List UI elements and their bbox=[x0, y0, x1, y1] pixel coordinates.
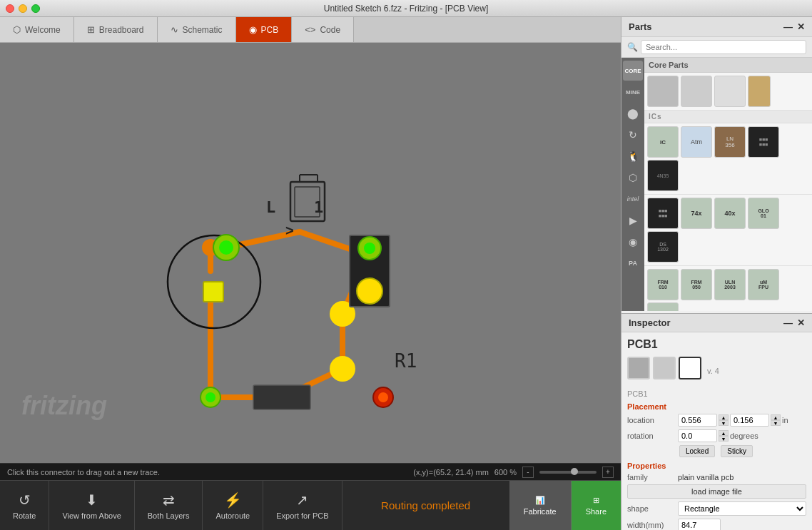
part-item[interactable] bbox=[748, 76, 771, 107]
titlebar: Untitled Sketch 6.fzz - Fritzing - [PCB … bbox=[0, 0, 812, 17]
rotation-up[interactable]: ▲ bbox=[719, 430, 729, 436]
part-ds1302[interactable]: DS1302 bbox=[647, 231, 679, 263]
load-image-button[interactable]: load image file bbox=[627, 484, 806, 499]
fabricate-button[interactable]: 📊 Fabricate bbox=[509, 481, 572, 530]
part-40x[interactable]: 40x bbox=[714, 198, 746, 229]
svg-text:L: L bbox=[266, 198, 275, 216]
location-y-input[interactable] bbox=[730, 414, 769, 427]
click-hint: Click this connector to drag out a new t… bbox=[7, 468, 160, 477]
part-frm010[interactable]: FRM010 bbox=[647, 269, 679, 300]
shape-select[interactable]: Rectangle bbox=[678, 501, 806, 516]
sidebar-tab-co[interactable]: ⬤ bbox=[623, 103, 643, 123]
tab-schematic[interactable]: ∿ Schematic bbox=[158, 17, 236, 42]
part-item[interactable] bbox=[681, 76, 712, 107]
close-button[interactable] bbox=[6, 4, 14, 13]
autoroute-label: Autoroute bbox=[215, 511, 250, 520]
inspector-header-actions: — ✕ bbox=[783, 317, 805, 328]
inspector-title: Inspector bbox=[629, 317, 671, 328]
sidebar-tab-seeed[interactable]: ⬡ bbox=[623, 168, 643, 188]
color-swatches bbox=[627, 357, 701, 379]
inspector-minimize-icon[interactable]: — bbox=[783, 317, 793, 328]
zoom-out-button[interactable]: - bbox=[522, 467, 534, 478]
part-atm[interactable]: Atm bbox=[681, 126, 712, 158]
tab-code[interactable]: <> Code bbox=[292, 17, 354, 42]
fritzing-watermark: fritzing bbox=[21, 391, 107, 421]
parts-minimize-icon[interactable]: — bbox=[783, 21, 793, 32]
sidebar-tab-intel[interactable]: intel bbox=[623, 189, 643, 209]
zoom-in-button[interactable]: + bbox=[602, 467, 614, 478]
location-x-input[interactable] bbox=[678, 414, 717, 427]
sidebar-tab-refresh[interactable]: ↻ bbox=[623, 125, 643, 145]
part-frm050[interactable]: FRM050 bbox=[681, 269, 712, 300]
locked-button[interactable]: Locked bbox=[679, 445, 715, 457]
location-x-up[interactable]: ▲ bbox=[719, 414, 729, 420]
export-icon: ↗ bbox=[296, 491, 308, 509]
inspector-close-icon[interactable]: ✕ bbox=[797, 317, 805, 328]
sidebar-tab-mine[interactable]: MINE bbox=[623, 82, 643, 102]
sidebar-tab-pa[interactable]: PA bbox=[623, 253, 643, 273]
tab-pcb[interactable]: ◉ PCB bbox=[236, 17, 293, 42]
inspector-panel: Inspector — ✕ PCB1 v. 4 PCB1 Placement l… bbox=[621, 313, 812, 530]
part-uln2003[interactable]: ULN2003 bbox=[714, 269, 746, 300]
minimize-button[interactable] bbox=[19, 4, 27, 13]
search-input[interactable] bbox=[641, 40, 806, 54]
location-label: location bbox=[627, 416, 674, 424]
coordinates: (x,y)=(65.2, 21.4) mm bbox=[413, 468, 488, 477]
part-ln356[interactable]: LN356 bbox=[714, 126, 746, 158]
svg-point-13 bbox=[330, 356, 355, 382]
rotate-icon: ↺ bbox=[19, 491, 31, 509]
pcb-canvas[interactable]: > L 1 R1 fritzing bbox=[0, 43, 621, 464]
tab-pcb-label: PCB bbox=[261, 25, 279, 35]
svg-point-25 bbox=[357, 278, 382, 304]
part-4n35[interactable]: 4N35 bbox=[647, 160, 679, 191]
share-icon: ⊞ bbox=[593, 496, 599, 505]
family-label: family bbox=[627, 473, 674, 481]
sidebar-tab-arrow[interactable]: ▶ bbox=[623, 210, 643, 230]
location-x-down[interactable]: ▼ bbox=[719, 420, 729, 426]
both-layers-button[interactable]: ⇄ Both Layers bbox=[135, 481, 203, 530]
rotation-down[interactable]: ▼ bbox=[719, 436, 729, 442]
rotate-button[interactable]: ↺ Rotate bbox=[0, 481, 49, 530]
autoroute-icon: ⚡ bbox=[224, 491, 242, 509]
swatch-gray2[interactable] bbox=[653, 357, 676, 379]
ics-row-2: ■■■■■■ 74x 40x GLO01 DS1302 bbox=[644, 195, 812, 266]
rotation-value: ▲ ▼ degrees bbox=[678, 429, 758, 442]
swatch-gray[interactable] bbox=[627, 357, 650, 379]
rotation-input[interactable] bbox=[678, 429, 717, 442]
tab-code-label: Code bbox=[320, 25, 340, 35]
tab-breadboard[interactable]: ⊞ Breadboard bbox=[74, 17, 158, 42]
part-item[interactable] bbox=[714, 76, 746, 107]
parts-tabs-sidebar: CORE MINE ⬤ ↻ 🐧 ⬡ intel ▶ ◉ PA Core Part… bbox=[621, 58, 812, 311]
fabricate-icon: 📊 bbox=[535, 496, 545, 505]
export-pcb-button[interactable]: ↗ Export for PCB bbox=[263, 481, 342, 530]
zoom-slider[interactable] bbox=[539, 471, 597, 474]
part-item[interactable] bbox=[647, 76, 679, 107]
parts-close-icon[interactable]: ✕ bbox=[797, 21, 805, 32]
tab-welcome[interactable]: ⬡ Welcome bbox=[0, 17, 74, 42]
svg-rect-19 bbox=[203, 282, 223, 302]
part-m54[interactable]: M54 bbox=[647, 302, 679, 311]
sidebar-tab-tux[interactable]: 🐧 bbox=[623, 146, 643, 166]
share-button[interactable]: ⊞ Share bbox=[572, 481, 621, 530]
part-glo01[interactable]: GLO01 bbox=[748, 198, 779, 229]
parts-search: 🔍 bbox=[621, 37, 812, 58]
sidebar-tab-circle[interactable]: ◉ bbox=[623, 232, 643, 252]
part-74x[interactable]: 74x bbox=[681, 198, 712, 229]
sidebar-tab-core[interactable]: CORE bbox=[623, 61, 643, 81]
part-dark1[interactable]: ■■■■■■ bbox=[748, 126, 779, 158]
width-input[interactable] bbox=[678, 519, 721, 530]
part-dark2[interactable]: ■■■■■■ bbox=[647, 198, 679, 229]
sticky-button[interactable]: Sticky bbox=[721, 445, 753, 457]
version-label: v. 4 bbox=[707, 367, 719, 375]
autoroute-button[interactable]: ⚡ Autoroute bbox=[203, 481, 263, 530]
part-umfpu[interactable]: uMFPU bbox=[748, 269, 779, 300]
maximize-button[interactable] bbox=[31, 4, 40, 13]
fabricate-label: Fabricate bbox=[524, 507, 557, 516]
part-ic[interactable]: IC bbox=[647, 126, 679, 158]
location-unit: in bbox=[782, 416, 788, 424]
view-from-above-button[interactable]: ⬇ View from Above bbox=[49, 481, 134, 530]
swatch-white[interactable] bbox=[679, 357, 701, 379]
location-y-down[interactable]: ▼ bbox=[771, 420, 781, 426]
location-y-up[interactable]: ▲ bbox=[771, 414, 781, 420]
svg-text:R1: R1 bbox=[395, 350, 417, 372]
